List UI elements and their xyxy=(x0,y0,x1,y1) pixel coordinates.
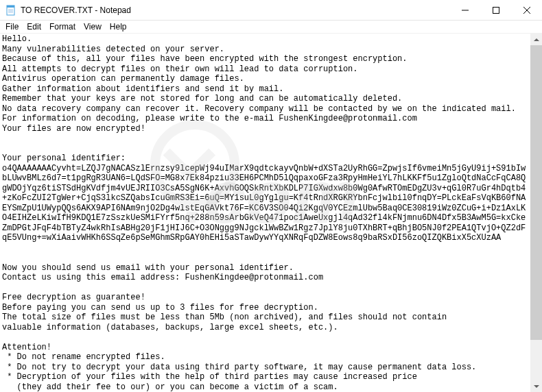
title-bar: TO RECOVER.TXT - Notepad xyxy=(0,0,542,21)
notepad-app-icon xyxy=(5,5,16,16)
window-controls xyxy=(449,0,542,20)
scroll-track[interactable] xyxy=(530,45,542,380)
scroll-thumb[interactable] xyxy=(530,45,542,340)
svg-marker-9 xyxy=(534,38,539,41)
menu-view[interactable]: View xyxy=(80,21,106,32)
svg-rect-6 xyxy=(493,7,499,13)
scroll-up-button[interactable] xyxy=(530,34,542,45)
vertical-scrollbar[interactable] xyxy=(530,34,542,392)
maximize-button[interactable] xyxy=(480,0,511,20)
menu-edit[interactable]: Edit xyxy=(23,21,45,32)
menu-bar: File Edit Format View Help xyxy=(0,21,542,34)
close-button[interactable] xyxy=(511,0,542,20)
scroll-down-button[interactable] xyxy=(530,380,542,392)
minimize-button[interactable] xyxy=(449,0,480,20)
window-title: TO RECOVER.TXT - Notepad xyxy=(21,5,449,15)
menu-file[interactable]: File xyxy=(1,21,23,32)
text-area[interactable]: Hello. Many vulnerabilities detected on … xyxy=(0,34,530,392)
menu-help[interactable]: Help xyxy=(106,21,131,32)
svg-rect-1 xyxy=(7,5,14,8)
menu-format[interactable]: Format xyxy=(45,21,80,32)
svg-marker-10 xyxy=(534,385,539,388)
